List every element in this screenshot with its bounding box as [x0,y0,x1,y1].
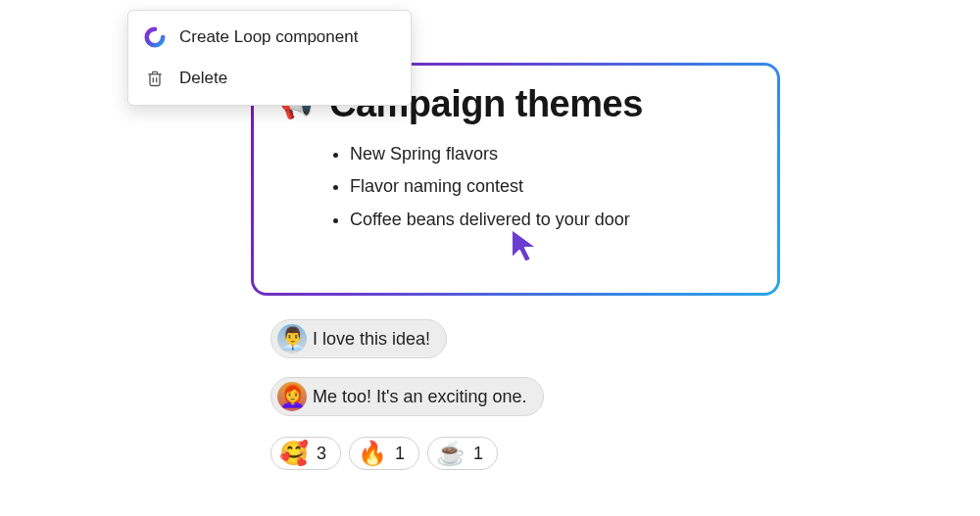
chat-reply[interactable]: 👨‍💼 I love this idea! [270,319,447,358]
loop-bullet-list: New Spring flavors Flavor naming contest… [350,143,752,231]
avatar: 👨‍💼 [277,324,307,353]
list-item[interactable]: New Spring flavors [350,143,752,165]
avatar: 👩‍🦰 [277,382,307,411]
list-item[interactable]: Flavor naming contest [350,175,752,198]
reaction-heart-face[interactable]: 🥰 3 [270,437,341,470]
reaction-count: 3 [317,444,326,464]
fire-icon: 🔥 [358,442,387,465]
context-menu: Create Loop component Delete [127,10,412,106]
create-loop-component-menu-item[interactable]: Create Loop component [128,17,411,58]
coffee-icon: ☕ [436,442,466,465]
trash-icon [144,68,166,89]
menu-item-label: Delete [179,69,227,88]
loop-icon [144,26,166,48]
heart-face-icon: 🥰 [279,442,309,465]
chat-reply[interactable]: 👩‍🦰 Me too! It's an exciting one. [270,377,544,416]
cursor-icon [506,225,543,270]
menu-item-label: Create Loop component [179,27,358,47]
reaction-count: 1 [473,444,483,464]
list-item[interactable]: Coffee beans delivered to your door [350,209,752,231]
reaction-coffee[interactable]: ☕ 1 [427,437,498,470]
chat-reply-text: Me too! It's an exciting one. [313,387,527,407]
delete-menu-item[interactable]: Delete [128,58,411,99]
reaction-count: 1 [395,444,405,464]
chat-reply-text: I love this idea! [313,329,430,350]
reactions-bar: 🥰 3 🔥 1 ☕ 1 [270,437,498,470]
reaction-fire[interactable]: 🔥 1 [349,437,419,470]
